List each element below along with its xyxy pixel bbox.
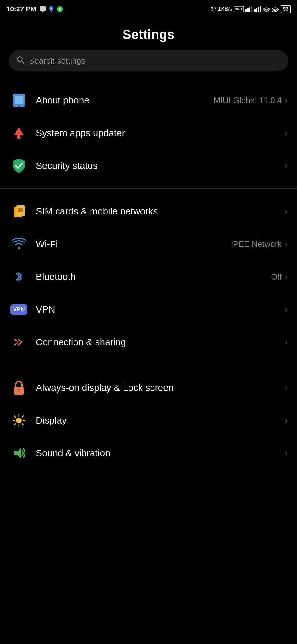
svg-rect-22 [17,135,20,139]
divider-2 [0,365,297,365]
vpn-icon: VPN [9,300,28,319]
vpn-label: VPN [36,304,282,315]
vpn-chevron: › [285,305,288,314]
display-label: Display [36,415,282,426]
about-phone-label: About phone [36,95,214,106]
phone-icon [9,91,28,110]
arrow-up-icon [9,124,28,142]
sim-icon [9,202,28,221]
connection-sharing-icon [9,333,28,352]
sidebar-item-bluetooth[interactable]: Bluetooth Off › [0,260,297,293]
divider-1 [0,188,297,189]
section-connectivity: SIM cards & mobile networks › Wi-Fi IPEE… [0,192,297,362]
bluetooth-value: Off [271,272,282,282]
wifi-value: IPEE Network [231,239,282,249]
status-app-icons [39,6,63,13]
svg-point-20 [18,105,20,107]
shield-checkmark-icon [9,156,28,175]
connection-sharing-label: Connection & sharing [36,337,282,347]
svg-rect-10 [254,9,256,12]
display-chevron: › [285,416,288,425]
status-left: 10:27 PM [6,5,63,13]
lock-screen-icon [9,378,28,397]
bluetooth-chevron: › [285,272,288,282]
always-on-display-chevron: › [285,383,288,393]
status-time: 10:27 PM [6,5,36,13]
always-on-display-label: Always-on display & Lock screen [36,382,282,393]
svg-point-2 [51,8,52,9]
svg-point-28 [18,389,20,392]
volte-icon: VoLTE [234,6,244,12]
svg-line-34 [14,416,16,417]
sidebar-item-sound-vibration[interactable]: Sound & vibration › [0,437,297,469]
svg-marker-38 [14,448,21,458]
security-status-label: Security status [36,160,282,171]
signal-bars-1-icon [245,6,252,12]
svg-rect-7 [247,8,249,12]
page-title: Settings [0,18,297,50]
svg-rect-0 [40,6,46,11]
wifi-icon [9,235,28,253]
svg-marker-1 [41,11,44,13]
svg-rect-11 [256,8,257,12]
bluetooth-label: Bluetooth [36,271,271,282]
svg-text:VoLTE: VoLTE [235,8,244,11]
section-display-sound: Always-on display & Lock screen › Displa… [0,368,297,473]
svg-rect-6 [245,9,247,12]
vpn-badge: VPN [10,304,27,315]
search-bar[interactable]: Search settings [9,50,288,71]
svg-point-29 [16,418,22,423]
svg-point-14 [266,11,267,12]
about-phone-chevron: › [285,96,288,105]
network-speed: 37.1KB/s [211,6,232,12]
sidebar-item-vpn[interactable]: VPN VPN › [0,293,297,326]
system-apps-updater-label: System apps updater [36,128,282,138]
wifi-status-2-icon [272,6,279,12]
svg-line-36 [22,416,23,417]
sidebar-item-security-status[interactable]: Security status › [0,149,297,182]
whatsapp-icon [56,6,63,13]
sound-vibration-label: Sound & vibration [36,448,282,458]
section-system: About phone MIUI Global 11.0.4 › System … [0,81,297,185]
sim-cards-chevron: › [285,207,288,216]
svg-rect-8 [249,7,250,12]
status-right: 37.1KB/s VoLTE [211,5,291,13]
sound-vibration-chevron: › [285,448,288,458]
svg-rect-12 [258,7,259,12]
svg-line-35 [22,424,23,425]
status-bar: 10:27 PM 37.1KB/s VoLTE [0,0,297,18]
svg-point-15 [275,11,276,12]
message-icon [39,6,46,13]
svg-rect-25 [18,208,23,212]
svg-line-37 [14,424,16,425]
sidebar-item-display[interactable]: Display › [0,404,297,437]
sidebar-item-sim-cards[interactable]: SIM cards & mobile networks › [0,195,297,228]
search-placeholder: Search settings [29,56,85,66]
svg-line-17 [22,61,24,63]
security-status-chevron: › [285,161,288,171]
sound-icon [9,444,28,463]
bluetooth-icon [9,267,28,286]
sidebar-item-always-on-display[interactable]: Always-on display & Lock screen › [0,371,297,404]
search-icon [16,56,25,66]
sidebar-item-connection-sharing[interactable]: Connection & sharing › [0,326,297,358]
svg-rect-13 [260,6,261,12]
sim-cards-label: SIM cards & mobile networks [36,206,282,217]
sidebar-item-system-apps-updater[interactable]: System apps updater › [0,117,297,149]
connection-sharing-chevron: › [285,337,288,347]
signal-bars-2-icon [254,6,261,12]
svg-rect-19 [15,96,23,104]
svg-point-26 [18,247,20,249]
battery-icon: 93 [281,5,291,13]
maps-icon [48,6,55,13]
display-icon [9,411,28,430]
wifi-chevron: › [285,239,288,249]
svg-marker-21 [14,127,24,135]
wifi-status-1-icon [263,6,270,12]
wifi-label: Wi-Fi [36,239,231,249]
sidebar-item-about-phone[interactable]: About phone MIUI Global 11.0.4 › [0,84,297,117]
about-phone-value: MIUI Global 11.0.4 [214,96,282,105]
system-apps-updater-chevron: › [285,128,288,138]
sidebar-item-wifi[interactable]: Wi-Fi IPEE Network › [0,228,297,260]
svg-rect-9 [251,6,252,12]
